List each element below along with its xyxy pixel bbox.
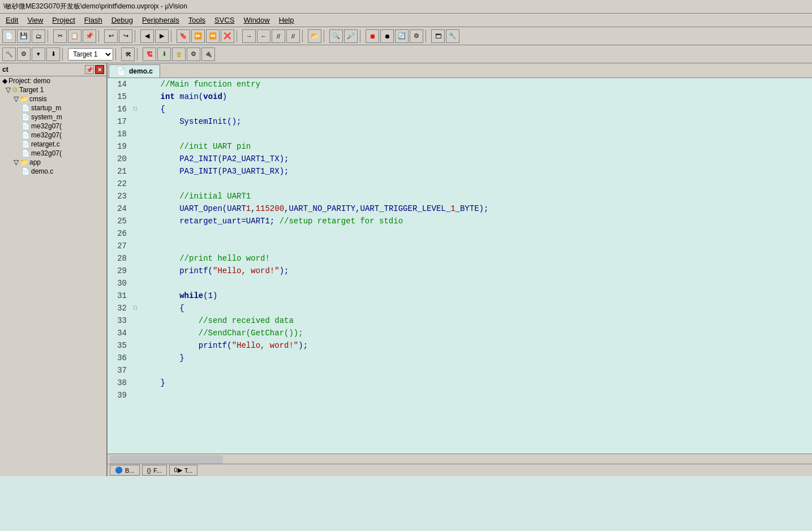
file-startup-m[interactable]: 📄 startup_m: [0, 103, 106, 113]
line-number-28: 28: [108, 252, 131, 265]
app-folder-item[interactable]: ▽ 📁 app: [0, 158, 106, 167]
code-area: 14 //Main function entry15 int main(void…: [108, 78, 812, 402]
uncomment-btn[interactable]: //: [286, 29, 300, 43]
sidebar-header: ct 📌 ✕: [0, 63, 106, 76]
tabbar: 📄 demo.c: [108, 63, 812, 78]
cmsis-folder-item[interactable]: ▽ 📁 cmsis: [0, 94, 106, 103]
fold-btn-22: [131, 178, 139, 190]
code-content-25: retarget_uart=UART1; //setup retarget fo…: [139, 215, 812, 227]
code-line-30: 30: [108, 277, 812, 290]
code-line-15: 15 int main(void): [108, 90, 812, 103]
btab-templates-label: T...: [184, 467, 193, 474]
redo-btn[interactable]: ↪: [119, 29, 132, 43]
btab-build[interactable]: 🔵 B...: [110, 465, 140, 476]
sep4: [171, 30, 174, 42]
save-all-btn[interactable]: 🗂: [32, 29, 45, 43]
nav-back-btn[interactable]: ◀: [140, 29, 154, 43]
new-file-btn[interactable]: 📄: [2, 29, 16, 43]
window-btn[interactable]: 🗔: [431, 29, 445, 43]
fold-btn-36: [131, 352, 139, 364]
build-all-btn[interactable]: 🔨: [2, 48, 16, 61]
sep6: [302, 30, 306, 42]
fold-btn-18: [131, 128, 139, 140]
code-content-26: [139, 227, 812, 240]
code-line-34: 34 //SendChar(GetChar());: [108, 327, 812, 339]
bookmark-prev-btn[interactable]: ⏪: [206, 29, 220, 43]
debug-reset-btn[interactable]: 🔄: [395, 29, 409, 43]
indent-btn[interactable]: →: [242, 29, 256, 43]
project-root-item[interactable]: ◆ Project: demo: [0, 76, 106, 85]
bookmark-clear-btn[interactable]: ❌: [221, 29, 234, 43]
menu-item-project[interactable]: Project: [49, 15, 78, 25]
save-btn[interactable]: 💾: [17, 29, 31, 43]
fold-btn-32[interactable]: □: [131, 302, 139, 314]
menu-item-edit[interactable]: Edit: [2, 15, 22, 25]
bookmark-next-btn[interactable]: ⏩: [191, 29, 205, 43]
fold-btn-16[interactable]: □: [131, 103, 139, 115]
fold-btn-23: [131, 190, 139, 202]
menu-item-debug[interactable]: Debug: [108, 15, 136, 25]
copy-btn[interactable]: 📋: [68, 29, 81, 43]
sidebar-pin-btn[interactable]: 📌: [85, 65, 94, 74]
hscroll[interactable]: [108, 454, 812, 464]
target1-expand-icon: ▽: [6, 86, 11, 94]
cut-btn[interactable]: ✂: [53, 29, 67, 43]
find-ref-btn[interactable]: 🔎: [344, 29, 358, 43]
fold-btn-31: [131, 290, 139, 302]
dbg-settings-btn[interactable]: ⚙: [187, 48, 200, 61]
line-number-26: 26: [108, 227, 131, 240]
content-wrapper: 📄 demo.c 14 //Main function entry15 int …: [108, 63, 812, 476]
code-editor[interactable]: 14 //Main function entry15 int main(void…: [108, 78, 812, 454]
btab-functions[interactable]: {} F...: [142, 465, 167, 476]
fold-btn-26: [131, 227, 139, 240]
file-icon-4: 📄: [22, 131, 30, 139]
file-retarget[interactable]: 📄 retarget.c: [0, 140, 106, 149]
build-btn[interactable]: ⚙: [17, 48, 31, 61]
btab-templates[interactable]: 0▶ T...: [169, 465, 198, 476]
load-btn[interactable]: ⬇: [46, 48, 60, 61]
file-demo-c[interactable]: 📄 demo.c: [0, 167, 106, 176]
menu-item-peripherals[interactable]: Peripherals: [139, 15, 183, 25]
build-drop-btn[interactable]: ▾: [32, 48, 45, 61]
menu-item-window[interactable]: Window: [240, 15, 273, 25]
target-select[interactable]: Target 1: [68, 48, 113, 61]
undo-btn[interactable]: ↩: [104, 29, 118, 43]
debug-start-btn[interactable]: ⏺: [380, 29, 394, 43]
menu-item-help[interactable]: Help: [276, 15, 298, 25]
comment-btn[interactable]: //: [272, 29, 285, 43]
debug-stop-btn[interactable]: ⏹: [366, 29, 379, 43]
file-me32g070-2[interactable]: 📄 me32g07(: [0, 131, 106, 140]
tab-demo-c[interactable]: 📄 demo.c: [109, 64, 160, 77]
code-content-14: //Main function entry: [139, 78, 812, 90]
code-line-25: 25 retarget_uart=UART1; //setup retarget…: [108, 215, 812, 227]
file-me32g070-1[interactable]: 📄 me32g07(: [0, 122, 106, 131]
search-btn[interactable]: 🔍: [329, 29, 343, 43]
dbg-erase-btn[interactable]: 🗑: [172, 48, 186, 61]
target1-item[interactable]: ▽ ⚙ Target 1: [0, 85, 106, 94]
menu-item-flash[interactable]: Flash: [81, 15, 106, 25]
code-content-17: SystemInit();: [139, 115, 812, 128]
dbg-build-btn[interactable]: 🏗: [143, 48, 156, 61]
sidebar-close-btn[interactable]: ✕: [95, 65, 104, 74]
dbg-extra-btn[interactable]: 🔌: [201, 48, 215, 61]
file-system-m[interactable]: 📄 system_m: [0, 113, 106, 122]
unindent-btn[interactable]: ←: [257, 29, 270, 43]
file-me32g070-3[interactable]: 📄 me32g07(: [0, 149, 106, 158]
open-file-btn[interactable]: 📂: [308, 29, 321, 43]
code-content-37: [139, 364, 812, 377]
options-btn[interactable]: 🛠: [121, 48, 135, 61]
file-icon-2: 📄: [22, 113, 30, 121]
tab-label: demo.c: [129, 67, 153, 75]
menu-item-view[interactable]: View: [24, 15, 46, 25]
nav-fwd-btn[interactable]: ▶: [155, 29, 169, 43]
settings-btn[interactable]: 🔧: [446, 29, 459, 43]
main-layout: ct 📌 ✕ ◆ Project: demo ▽ ⚙ Target 1 ▽ 📁 …: [0, 63, 812, 476]
menu-item-tools[interactable]: Tools: [185, 15, 209, 25]
bookmark-set-btn[interactable]: 🔖: [177, 29, 190, 43]
file-label-4: me32g07(: [31, 131, 62, 139]
code-line-38: 38 }: [108, 377, 812, 389]
paste-btn[interactable]: 📌: [83, 29, 96, 43]
debug-more-btn[interactable]: ⚙: [410, 29, 423, 43]
menu-item-svcs[interactable]: SVCS: [211, 15, 238, 25]
dbg-download-btn[interactable]: ⬇: [157, 48, 171, 61]
